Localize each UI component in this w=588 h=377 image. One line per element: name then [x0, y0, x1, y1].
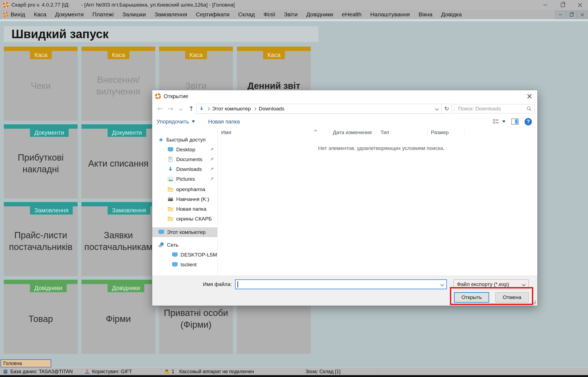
tile-vnesennya[interactable]: Каса Внесення/вилучення — [81, 47, 155, 121]
column-header-name[interactable]: Имя — [218, 128, 330, 137]
chevron-down-icon — [440, 282, 444, 286]
menu-item-orders[interactable]: Замовлення — [154, 11, 187, 18]
organize-button[interactable]: Упорядочить — [157, 119, 195, 125]
close-icon: × — [526, 92, 532, 100]
menu-label: Сертифікати — [196, 11, 230, 18]
menu-label: Вихід — [11, 11, 25, 18]
tile-firmy[interactable]: Довідники Фірми — [81, 280, 155, 354]
dialog-toolbar: Упорядочить Новая папка — [152, 115, 537, 128]
refresh-button[interactable]: ↻ — [442, 104, 452, 114]
mdi-close-button[interactable]: × — [577, 11, 587, 19]
column-header-date-modified[interactable]: Дата изменения — [330, 128, 377, 137]
menu-item-payments[interactable]: Платежі — [92, 11, 114, 18]
menu-item-stock-balance[interactable]: Залишки — [122, 11, 146, 18]
open-button[interactable]: Открыть — [454, 292, 489, 303]
menu-item-branches[interactable]: Філії — [263, 11, 275, 18]
dialog-close-button[interactable]: × — [522, 90, 537, 102]
mdi-minimize-button[interactable] — [555, 11, 566, 19]
search-input[interactable] — [458, 105, 526, 112]
folder-icon — [167, 186, 173, 192]
status-device-count-text: 1 — [172, 369, 174, 375]
breadcrumb-this-pc[interactable]: Этот компьютер — [212, 106, 251, 112]
tile-label: Фірми — [84, 284, 153, 354]
sidebar-item-desktop-l5mdnk[interactable]: DESKTOP-L5MDNK — [152, 250, 217, 260]
desktop-icon — [167, 147, 173, 153]
forward-button[interactable]: → — [165, 104, 176, 113]
recent-locations-button[interactable] — [176, 104, 186, 113]
menu-item-help[interactable]: Довідка — [441, 11, 462, 18]
minimize-icon — [559, 14, 562, 15]
tile-tovar[interactable]: Довідники Товар — [4, 280, 78, 354]
minimize-button[interactable] — [541, 1, 549, 8]
filename-input[interactable] — [237, 281, 437, 289]
sidebar-item-this-pc[interactable]: Этот компьютер — [152, 227, 217, 237]
menu-item-settings[interactable]: Налаштування — [370, 11, 410, 18]
quick-access-star-icon: ★ — [158, 137, 164, 143]
menu-item-kasa[interactable]: Каса — [34, 11, 46, 18]
status-user-text: Користувач: GIFT — [92, 369, 132, 375]
sidebar-item-documents[interactable]: Documents — [152, 155, 217, 164]
preview-pane-button[interactable] — [511, 118, 519, 125]
menu-item-directories[interactable]: Довідники — [306, 11, 333, 18]
sidebar-item-novaya-papka[interactable]: Новая папка — [152, 204, 217, 214]
menu-item-warehouse[interactable]: Склад — [238, 11, 255, 18]
menu-item-exit[interactable]: Вихід — [3, 11, 25, 18]
up-button[interactable]: ↑ — [186, 104, 196, 113]
tile-category-bar — [237, 47, 311, 51]
pin-icon — [210, 167, 214, 171]
tile-prybutkovi-nakladni[interactable]: Документи Прибуткові накладні — [4, 124, 78, 198]
cancel-button[interactable]: Отмена — [495, 292, 529, 303]
bottom-edge-bar — [0, 375, 588, 377]
empty-folder-message: Нет элементов, удовлетворяющих условиям … — [318, 145, 444, 151]
menu-bar: Вихід Каса Документи Платежі Залишки Зам… — [0, 10, 588, 19]
menu-item-windows[interactable]: Вікна — [419, 11, 432, 18]
tile-label: Прибуткові накладні — [7, 129, 75, 198]
menu-item-documents[interactable]: Документи — [55, 11, 84, 18]
sidebar-item-downloads[interactable]: Downloads — [152, 164, 217, 174]
address-dropdown-button[interactable] — [432, 104, 441, 113]
sidebar-item-pictures[interactable]: Pictures — [152, 174, 217, 184]
app-icon — [3, 2, 9, 8]
column-header-type[interactable]: Тип — [377, 128, 428, 137]
status-database-text: База даних: TASA3@TITAN — [10, 369, 73, 375]
sidebar-label: Новая папка — [176, 206, 206, 212]
sidebar-item-openpharma[interactable]: openpharma — [152, 185, 217, 194]
mdi-restore-button[interactable] — [566, 11, 577, 19]
sidebar-label: tsclient — [181, 262, 197, 268]
restore-button[interactable] — [559, 1, 567, 8]
search-box[interactable] — [454, 104, 535, 113]
menu-label: Філії — [263, 11, 275, 18]
status-zone: Зона: Склад [1] — [303, 368, 379, 375]
sidebar-item-skriny-skarb[interactable]: скрины СКАРБ — [152, 214, 217, 224]
tile-zayavky[interactable]: Замовлення Заявки постачальникам — [81, 202, 155, 276]
close-button[interactable]: × — [576, 1, 584, 8]
back-button[interactable]: ← — [155, 104, 165, 113]
view-mode-button[interactable] — [492, 118, 505, 125]
resize-grip[interactable] — [532, 300, 537, 305]
menu-item-certificates[interactable]: Сертифікати — [196, 11, 230, 18]
sidebar-item-navchannya-drive[interactable]: Навчання (K:) — [152, 194, 217, 204]
tab-holovna[interactable]: Головна — [1, 359, 51, 367]
breadcrumb-downloads[interactable]: Downloads — [259, 106, 284, 112]
filetype-select[interactable]: Файл експорту (*.exp) — [453, 279, 529, 289]
sidebar-item-network[interactable]: Сеть — [152, 240, 217, 250]
sidebar-quick-access[interactable]: ★ Быстрый доступ — [152, 135, 217, 145]
menu-label: Каса — [34, 11, 46, 18]
tile-price-lists[interactable]: Замовлення Прайс-листи постачальників — [4, 202, 78, 276]
tile-cheki[interactable]: Каса Чеки — [4, 47, 78, 121]
new-folder-button[interactable]: Новая папка — [208, 119, 240, 125]
sidebar-item-tsclient[interactable]: tsclient — [152, 260, 217, 270]
tile-label: Внесення/вилучення — [84, 51, 153, 121]
tile-akty-spysannya[interactable]: Документи Акти списання — [81, 124, 155, 198]
menu-item-ehealth[interactable]: eHealth — [342, 11, 361, 18]
column-header-size[interactable]: Размер — [428, 128, 464, 137]
sidebar-item-desktop[interactable]: Desktop — [152, 145, 217, 155]
help-button[interactable]: ? — [525, 118, 532, 125]
menu-item-reports[interactable]: Звіти — [284, 11, 298, 18]
menu-label: Вікна — [419, 11, 432, 18]
open-file-dialog: Открытие × ← → ↑ Этот компьютер Download… — [152, 90, 538, 306]
filename-dropdown-button[interactable] — [438, 280, 446, 289]
cash-register-icon — [164, 369, 169, 374]
dialog-title: Открытие — [164, 93, 188, 99]
address-bar[interactable]: Этот компьютер Downloads — [196, 104, 442, 114]
